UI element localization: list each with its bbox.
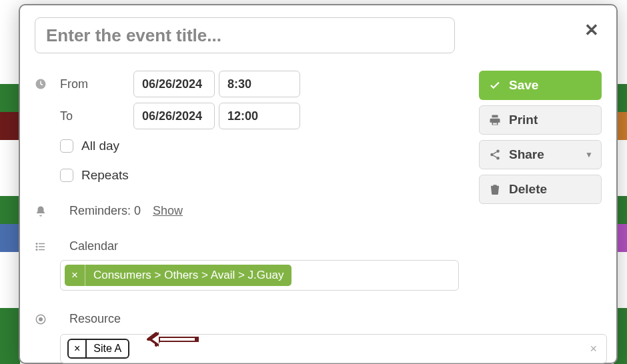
delete-button[interactable]: Delete [479, 175, 602, 204]
svg-point-3 [36, 245, 38, 247]
repeats-label: Repeats [81, 168, 129, 183]
reminders-label: Reminders: 0 [69, 204, 141, 218]
event-title-input[interactable] [35, 17, 455, 53]
to-date-input[interactable] [133, 103, 215, 129]
to-label: To [60, 109, 133, 123]
svg-point-1 [36, 243, 38, 245]
close-icon[interactable]: ✕ [584, 21, 599, 39]
resource-tag-text: Site A [87, 340, 128, 357]
save-button-label: Save [509, 78, 538, 93]
svg-point-8 [39, 317, 43, 321]
svg-rect-6 [39, 249, 45, 250]
calendar-label: Calendar [69, 239, 118, 253]
print-button-label: Print [509, 113, 538, 127]
calendar-tag: × Consumers > Others > Avail > J.Guay [65, 265, 291, 286]
trash-icon [489, 183, 501, 195]
bell-icon [35, 205, 60, 217]
svg-rect-4 [39, 246, 45, 247]
share-button-label: Share [509, 147, 544, 162]
from-label: From [60, 77, 133, 91]
list-icon [35, 241, 60, 253]
to-time-input[interactable] [219, 103, 300, 129]
chevron-down-icon: ▼ [585, 150, 593, 159]
calendar-tag-text: Consumers > Others > Avail > J.Guay [85, 265, 292, 286]
calendar-picker[interactable]: × Consumers > Others > Avail > J.Guay [60, 260, 459, 291]
from-time-input[interactable] [219, 71, 300, 97]
resource-label: Resource [69, 312, 121, 326]
repeats-checkbox[interactable] [60, 169, 73, 182]
svg-point-5 [36, 249, 38, 251]
clock-icon [35, 78, 60, 90]
reminders-show-link[interactable]: Show [153, 204, 183, 218]
all-day-checkbox[interactable] [60, 139, 73, 153]
all-day-label: All day [81, 139, 119, 153]
resource-picker[interactable]: × Site A × [60, 334, 607, 363]
radio-icon [35, 313, 60, 325]
svg-rect-2 [39, 243, 45, 244]
svg-point-10 [496, 150, 500, 153]
event-dialog: ✕ From To [19, 4, 618, 364]
calendar-tag-remove-icon[interactable]: × [65, 265, 85, 286]
resource-tag: × Site A [67, 339, 129, 359]
share-button[interactable]: Share ▼ [479, 140, 602, 169]
printer-icon [489, 114, 501, 126]
svg-point-9 [490, 153, 494, 157]
delete-button-label: Delete [509, 182, 547, 197]
svg-point-11 [496, 157, 500, 160]
resource-tag-remove-icon[interactable]: × [69, 340, 87, 357]
print-button[interactable]: Print [479, 105, 602, 135]
share-icon [489, 149, 501, 161]
save-button[interactable]: Save [479, 71, 602, 100]
resource-clear-icon[interactable]: × [590, 342, 597, 356]
from-date-input[interactable] [133, 71, 215, 97]
check-icon [489, 79, 501, 91]
